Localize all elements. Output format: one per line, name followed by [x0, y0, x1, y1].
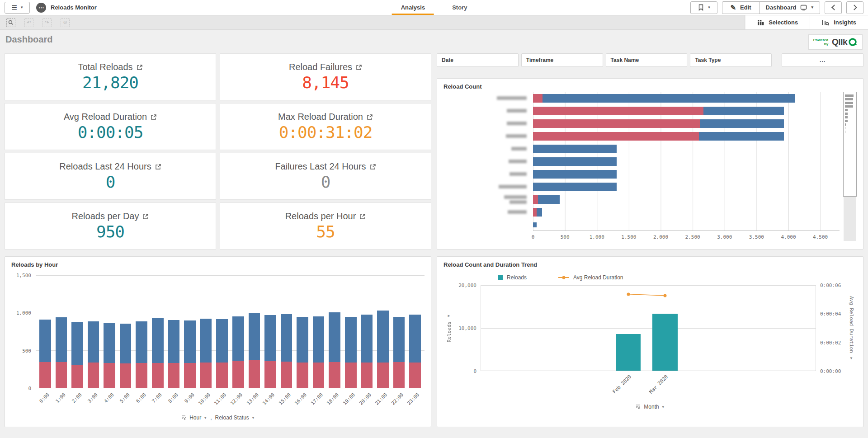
kpi-card-reloads-last-24-hours[interactable]: Reloads Last 24 Hours0: [5, 153, 216, 200]
bar-segment-success[interactable]: [361, 315, 373, 363]
bar-segment-failed[interactable]: [533, 132, 699, 141]
kpi-card-max-reload-duration[interactable]: Max Reload Duration0:00:31:02: [220, 103, 431, 150]
kpi-card-reload-failures[interactable]: Reload Failures8,145: [220, 53, 431, 100]
stacked-bar[interactable]: [281, 314, 292, 388]
bar-segment-failed[interactable]: [409, 363, 421, 388]
bar-segment-failed[interactable]: [184, 363, 196, 388]
previous-sheet-button[interactable]: [825, 1, 842, 14]
bar-segment-failed[interactable]: [39, 362, 51, 388]
bar-segment-success[interactable]: [184, 320, 196, 363]
filter-date[interactable]: Date: [437, 53, 519, 67]
stacked-bar[interactable]: [200, 319, 212, 388]
stacked-bar[interactable]: [393, 317, 405, 388]
stacked-bar[interactable]: [297, 317, 308, 388]
bar-segment-success[interactable]: [393, 317, 405, 363]
bar-segment-failed[interactable]: [104, 363, 115, 388]
bar-segment-failed[interactable]: [393, 362, 405, 388]
kpi-card-total-reloads[interactable]: Total Reloads21,820: [5, 53, 216, 100]
bar-segment-failed[interactable]: [533, 94, 542, 103]
bar-segment-success[interactable]: [537, 208, 542, 217]
bar-segment-success[interactable]: [703, 107, 784, 115]
bar-segment-failed[interactable]: [329, 362, 340, 388]
bar-segment-success[interactable]: [88, 321, 99, 363]
kpi-card-reloads-per-day[interactable]: Reloads per Day950: [5, 203, 216, 250]
bar-segment-failed[interactable]: [56, 362, 67, 388]
bar-segment-success[interactable]: [533, 183, 617, 191]
filter-task-name[interactable]: Task Name: [606, 53, 688, 67]
bar-segment-success[interactable]: [329, 312, 340, 362]
step-forward-button[interactable]: ↷: [42, 18, 52, 27]
legend-reloads[interactable]: Reloads: [498, 274, 527, 281]
kpi-card-reloads-per-hour[interactable]: Reloads per Hour55: [220, 203, 431, 250]
bar-segment-failed[interactable]: [264, 361, 276, 388]
bar-segment-success[interactable]: [152, 318, 164, 363]
edit-button[interactable]: ✎ Edit: [722, 2, 759, 14]
bar-segment-success[interactable]: [216, 319, 228, 363]
line-point[interactable]: [664, 294, 667, 297]
bar-segment-success[interactable]: [136, 321, 147, 363]
bar-segment-failed[interactable]: [533, 208, 537, 217]
kpi-card-avg-reload-duration[interactable]: Avg Reload Duration0:00:05: [5, 103, 216, 150]
selections-button[interactable]: Selections: [745, 15, 810, 29]
bar-segment-success[interactable]: [533, 170, 617, 179]
bar-segment-success[interactable]: [345, 317, 357, 363]
bar-segment-failed[interactable]: [361, 363, 373, 388]
bookmark-button[interactable]: ▾: [690, 1, 717, 14]
stacked-bar[interactable]: [184, 320, 196, 388]
bar-segment-success[interactable]: [542, 94, 795, 103]
bar-segment-failed[interactable]: [120, 363, 132, 388]
insights-button[interactable]: Insights: [810, 15, 868, 29]
bar-segment-success[interactable]: [409, 315, 421, 363]
dimension-month[interactable]: Month▼: [644, 404, 665, 410]
bar-segment-failed[interactable]: [313, 363, 325, 388]
bar-segment-success[interactable]: [200, 319, 212, 363]
line-point[interactable]: [627, 292, 630, 296]
clear-selections-button[interactable]: ⊘: [61, 18, 70, 27]
bar-segment-success[interactable]: [533, 222, 537, 227]
stacked-bar[interactable]: [345, 317, 357, 388]
bar-segment-failed[interactable]: [249, 360, 260, 388]
bar-segment-failed[interactable]: [152, 363, 164, 388]
bar-segment-success[interactable]: [377, 311, 389, 363]
bar-segment-failed[interactable]: [168, 363, 180, 388]
chart-scroll-minimap[interactable]: [843, 92, 857, 241]
stacked-bar[interactable]: [361, 315, 373, 388]
tab-analysis[interactable]: Analysis: [387, 0, 439, 15]
stacked-bar[interactable]: [152, 318, 164, 388]
bar-segment-failed[interactable]: [297, 363, 308, 388]
stacked-bar[interactable]: [313, 316, 325, 388]
bar-segment-failed[interactable]: [136, 363, 147, 388]
kpi-card-failures-last-24-hours[interactable]: Failures Last 24 Hours0: [220, 153, 431, 200]
stacked-bar[interactable]: [232, 316, 244, 388]
axis-arrow-icon[interactable]: ▶: [448, 314, 450, 318]
bar-segment-success[interactable]: [71, 322, 83, 365]
bar-segment-success[interactable]: [168, 320, 180, 363]
next-sheet-button[interactable]: [846, 1, 863, 14]
stacked-bar[interactable]: [409, 315, 421, 388]
dimension-reload-status[interactable]: Reload Status▼: [215, 414, 255, 421]
bar-segment-failed[interactable]: [533, 119, 700, 128]
bar-segment-success[interactable]: [249, 313, 260, 360]
stacked-bar[interactable]: [88, 321, 99, 388]
bar-segment-success[interactable]: [699, 132, 784, 141]
stacked-bar[interactable]: [168, 320, 180, 388]
stacked-bar[interactable]: [71, 322, 83, 388]
bar-segment-failed[interactable]: [281, 362, 292, 388]
bar-segment-success[interactable]: [56, 317, 67, 362]
global-menu-button[interactable]: ☰ ▾: [5, 2, 30, 14]
filter-task-type[interactable]: Task Type: [690, 53, 772, 67]
stacked-bar[interactable]: [56, 317, 67, 388]
bar-segment-failed[interactable]: [71, 365, 83, 388]
legend-avg-reload-duration[interactable]: Avg Reload Duration: [558, 274, 623, 281]
bar-segment-success[interactable]: [700, 119, 784, 128]
bar-segment-success[interactable]: [297, 317, 308, 363]
sheet-selector[interactable]: Dashboard ▾: [760, 2, 820, 14]
stacked-bar[interactable]: [120, 324, 132, 388]
bar-segment-failed[interactable]: [533, 195, 538, 204]
smart-search-button[interactable]: [6, 18, 15, 27]
bar-segment-success[interactable]: [120, 324, 132, 363]
bar-segment-failed[interactable]: [232, 361, 244, 388]
bar-segment-failed[interactable]: [533, 107, 703, 115]
bar-segment-success[interactable]: [533, 145, 617, 153]
bar-segment-success[interactable]: [538, 195, 560, 204]
